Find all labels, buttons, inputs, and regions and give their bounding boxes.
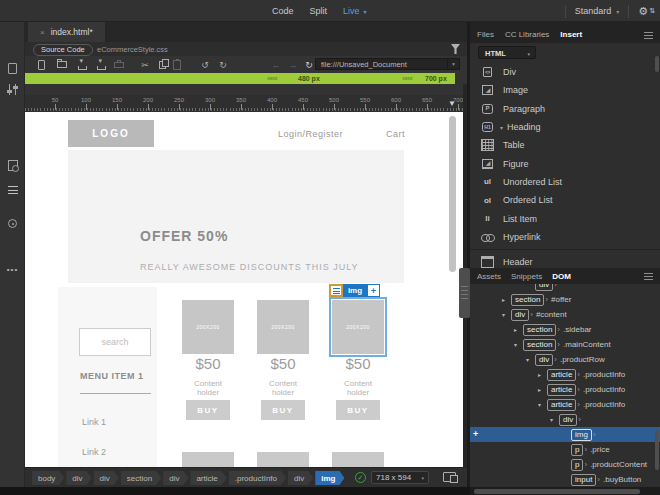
dom-row-input-buyButton[interactable]: input›.buyButton bbox=[470, 472, 660, 487]
tab-cc-libraries[interactable]: CC Libraries bbox=[505, 30, 549, 39]
product-image[interactable]: 200X200 bbox=[257, 300, 309, 354]
tag-crumb-div[interactable]: div bbox=[66, 471, 91, 485]
buy-button[interactable]: BUY bbox=[186, 400, 230, 420]
live-view-scrollbar[interactable] bbox=[449, 116, 456, 272]
search-input[interactable]: search bbox=[79, 328, 151, 356]
tag-crumb-body[interactable]: body bbox=[32, 471, 64, 485]
dom-row-div-productRow[interactable]: ▾div›.productRow bbox=[470, 352, 660, 367]
panel-menu-icon[interactable] bbox=[644, 32, 653, 39]
insert-category-dropdown[interactable]: HTML ▾ bbox=[478, 46, 536, 59]
insert-item-hyperlink[interactable]: Hyperlink bbox=[470, 228, 660, 246]
insert-scrollbar[interactable] bbox=[655, 56, 659, 72]
forward-icon[interactable]: → bbox=[287, 59, 299, 70]
tag-crumb-article[interactable]: article bbox=[190, 471, 226, 485]
product-price[interactable]: $50 bbox=[332, 355, 384, 372]
insert-item-paragraph[interactable]: Paragraph bbox=[470, 100, 660, 118]
workspace-switcher[interactable]: Standard▾ bbox=[575, 6, 620, 16]
media-query-bar[interactable]: ‹‹‹‹‹‹ 480 px ‹‹‹‹‹‹ 700 px bbox=[25, 73, 455, 84]
dom-row-div[interactable]: div› bbox=[470, 284, 660, 292]
resize-handle[interactable] bbox=[459, 268, 470, 318]
dom-row-div#content[interactable]: ▾div›#content bbox=[470, 307, 660, 322]
behaviors-panel-icon[interactable] bbox=[0, 219, 25, 228]
copy-icon[interactable] bbox=[156, 59, 168, 70]
product-image[interactable]: 200X200 bbox=[182, 300, 234, 354]
dom-row-img[interactable]: +img› bbox=[470, 427, 660, 442]
tab-insert[interactable]: Insert bbox=[560, 30, 582, 39]
expand-arrow-icon[interactable]: ▸ bbox=[538, 386, 547, 393]
refresh-icon[interactable]: ↻ bbox=[303, 59, 315, 70]
tag-crumb-div[interactable]: div bbox=[94, 471, 119, 485]
expand-arrow-icon[interactable]: ▾ bbox=[502, 311, 511, 318]
expand-arrow-icon[interactable]: ▸ bbox=[538, 371, 547, 378]
breakpoint-480[interactable]: 480 px bbox=[298, 73, 320, 84]
open-file-icon[interactable] bbox=[56, 59, 68, 70]
back-icon[interactable]: ← bbox=[270, 59, 282, 70]
dom-row-article-productInfo[interactable]: ▾article›.productInfo bbox=[470, 397, 660, 412]
document-tab[interactable]: × index.html* bbox=[28, 22, 105, 42]
tag-crumb-div[interactable]: div bbox=[163, 471, 188, 485]
insert-item-table[interactable]: Table bbox=[470, 136, 660, 154]
tab-assets[interactable]: Assets bbox=[477, 272, 501, 281]
menu-title[interactable]: MENU ITEM 1 bbox=[80, 371, 144, 381]
login-register-link[interactable]: Login/Register bbox=[278, 129, 343, 139]
insert-item-image[interactable]: Image bbox=[470, 81, 660, 99]
offer-banner[interactable]: OFFER 50% REALLY AWESOME DISCOUNTS THIS … bbox=[68, 150, 404, 283]
breakpoint-700[interactable]: 700 px bbox=[425, 73, 447, 84]
insert-item-header[interactable]: Header bbox=[470, 253, 660, 268]
insert-item-div[interactable]: Div bbox=[470, 63, 660, 81]
add-element-icon[interactable]: + bbox=[473, 429, 478, 439]
dom-horizontal-scrollbar-thumb[interactable] bbox=[474, 489, 640, 494]
insert-item-unordered-list[interactable]: ulUnordered List bbox=[470, 173, 660, 191]
related-file-stylesheet[interactable]: eCommerceStyle.css bbox=[97, 45, 168, 54]
tag-crumb-img[interactable]: img bbox=[315, 471, 344, 485]
panel-menu-icon[interactable] bbox=[644, 273, 653, 280]
cart-link[interactable]: Cart bbox=[386, 129, 405, 139]
add-element-button[interactable]: + bbox=[367, 284, 380, 297]
print-icon[interactable] bbox=[113, 59, 125, 70]
sync-settings-icon[interactable] bbox=[638, 5, 655, 17]
css-designer-panel-icon[interactable] bbox=[0, 186, 25, 194]
view-mode-split[interactable]: Split bbox=[310, 6, 328, 16]
element-tag-label[interactable]: img bbox=[343, 284, 367, 297]
expand-arrow-icon[interactable]: ▸ bbox=[514, 326, 523, 333]
related-file-source-code[interactable]: Source Code bbox=[33, 44, 93, 56]
buy-button[interactable]: BUY bbox=[336, 400, 380, 420]
expand-arrow-icon[interactable]: ▾ bbox=[538, 401, 547, 408]
expand-arrow-icon[interactable]: ▸ bbox=[502, 296, 511, 303]
tag-crumb-productInfo[interactable]: .productInfo bbox=[229, 471, 286, 485]
dom-row-article-productInfo[interactable]: ▸article›.productInfo bbox=[470, 367, 660, 382]
filter-icon[interactable] bbox=[451, 44, 460, 54]
tab-dom[interactable]: DOM bbox=[552, 272, 571, 281]
dom-row-p-price[interactable]: p›.price bbox=[470, 442, 660, 457]
sidebar-link-2[interactable]: Link 2 bbox=[82, 447, 106, 457]
properties-panel-icon[interactable] bbox=[0, 84, 25, 95]
dom-scrollbar[interactable] bbox=[655, 430, 659, 470]
extract-panel-icon[interactable] bbox=[0, 160, 25, 171]
dom-row-section-sidebar[interactable]: ▸section›.sidebar bbox=[470, 322, 660, 337]
save-icon[interactable]: ▾ bbox=[76, 59, 88, 70]
view-mode-live[interactable]: Live▾ bbox=[343, 6, 367, 16]
dom-row-div[interactable]: ▾div› bbox=[470, 412, 660, 427]
address-bar[interactable]: file:///Unsaved_Document ▼ bbox=[315, 58, 460, 70]
insert-item-heading[interactable]: ▾Heading bbox=[470, 118, 660, 136]
product-image-row2[interactable] bbox=[182, 452, 234, 467]
insert-item-list-item[interactable]: liList Item bbox=[470, 209, 660, 227]
page-logo[interactable]: LOGO bbox=[68, 120, 154, 147]
product-price[interactable]: $50 bbox=[182, 355, 234, 372]
validation-ok-icon[interactable] bbox=[355, 472, 366, 483]
cut-icon[interactable]: ✂ bbox=[139, 59, 151, 70]
buy-button[interactable]: BUY bbox=[261, 400, 305, 420]
files-panel-icon[interactable] bbox=[0, 63, 25, 74]
undo-icon[interactable]: ↺ bbox=[199, 59, 211, 70]
tab-snippets[interactable]: Snippets bbox=[511, 272, 542, 281]
dom-row-p-productContent[interactable]: p›.productContent bbox=[470, 457, 660, 472]
expand-arrow-icon[interactable]: ▾ bbox=[550, 416, 559, 423]
close-icon[interactable]: × bbox=[40, 28, 45, 37]
expand-arrow-icon[interactable]: ▾ bbox=[526, 356, 535, 363]
device-preview-icon[interactable] bbox=[443, 472, 456, 482]
paste-icon[interactable] bbox=[171, 59, 183, 70]
tag-crumb-div[interactable]: div bbox=[288, 471, 313, 485]
chevron-down-icon[interactable]: ▼ bbox=[447, 59, 459, 69]
tag-crumb-section[interactable]: section bbox=[121, 471, 161, 485]
new-document-icon[interactable] bbox=[35, 59, 47, 70]
